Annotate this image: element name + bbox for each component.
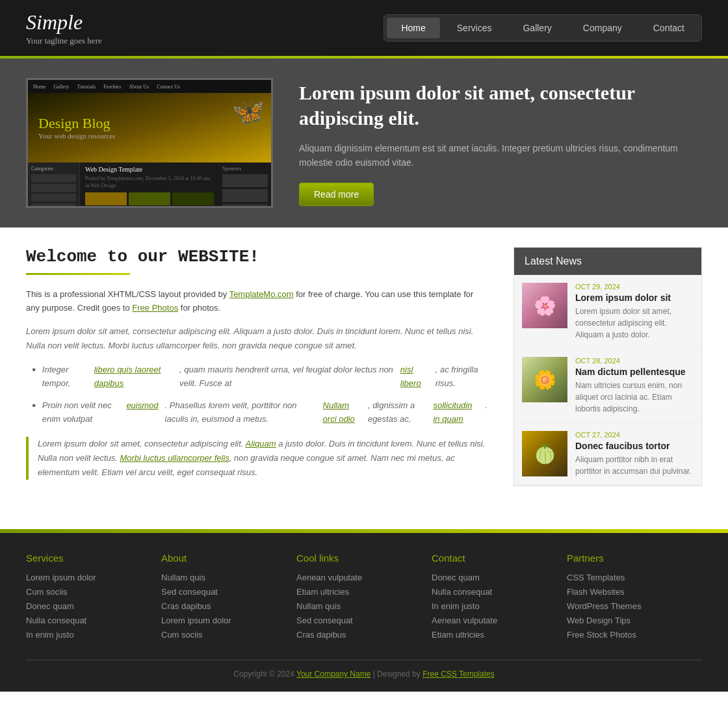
hero-nav-contact: Contact Us [157, 84, 180, 90]
hero-image: Home Gallery Tutorials Freebies About Us… [26, 78, 273, 208]
footer-services-link-5[interactable]: In enim justo [26, 630, 148, 640]
hero-sidebar-item [31, 184, 76, 192]
hero-nav-gallery: Gallery [54, 84, 70, 90]
bullet2-link1[interactable]: euismod [126, 399, 158, 426]
footer-coollinks-link-5[interactable]: Cras dapibus [296, 630, 419, 640]
footer-col-services: Services Lorem ipsum dolor Cum sociis Do… [26, 552, 161, 644]
footer-partners-link-4[interactable]: Web Design Tips [567, 616, 689, 625]
footer-about-link-4[interactable]: Lorem ipsum dolor [161, 616, 283, 625]
footer-partners-link-2[interactable]: Flash Websites [567, 587, 689, 597]
bullet1-link2[interactable]: nisl libero [400, 363, 429, 391]
hero-img-top: Design Blog Your web design resources 🦋 [28, 93, 271, 162]
latest-news-panel: Latest News 🌸 OCT 29, 2024 Lorem ipsum d… [514, 247, 702, 486]
footer-col-coollinks: Cool links Aenean vulputate Etiam ultric… [296, 552, 432, 644]
footer-coollinks-link-4[interactable]: Sed consequat [296, 616, 419, 625]
news-title-2: Nam dictum pellentesque [575, 367, 694, 377]
news-thumb-2: 🌼 [522, 357, 567, 402]
hero-description: Aliquam dignissim elementum est sit amet… [299, 141, 702, 170]
news-date-3: OCT 27, 2024 [575, 431, 694, 439]
footer-about-link-1[interactable]: Nullam quis [161, 573, 283, 582]
news-content-2: OCT 28, 2024 Nam dictum pellentesque Nam… [575, 357, 694, 415]
footer-about-link-2[interactable]: Sed consequat [161, 587, 283, 597]
footer-services-title: Services [26, 552, 148, 564]
footer-partners-link-3[interactable]: WordPress Themes [567, 601, 689, 611]
footer-col-contact: Contact Donec quam Nulla consequat In en… [432, 552, 567, 644]
footer-about-link-5[interactable]: Cum sociis [161, 630, 283, 640]
hero-sidebar-item [31, 174, 76, 182]
nav-services[interactable]: Services [443, 18, 506, 38]
hero-main-content: Web Design Template Posted by Templatemo… [80, 162, 219, 208]
bq-link1[interactable]: Aliquam [246, 439, 276, 448]
footer-partners-link-1[interactable]: CSS Templates [567, 573, 689, 582]
nav-company[interactable]: Company [569, 18, 636, 38]
bullet-item-2: Proin non velit nec enim volutpat euismo… [32, 399, 488, 426]
footer-services-link-2[interactable]: Cum sociis [26, 587, 148, 597]
footer-contact-link-3[interactable]: In enim justo [432, 601, 554, 611]
hero-sponsors: Sponsors [219, 162, 271, 208]
sponsor-block-2 [222, 189, 268, 202]
news-item-1: 🌸 OCT 29, 2024 Lorem ipsum dolor sit Lor… [514, 275, 701, 349]
footer-contact-link-2[interactable]: Nulla consequat [432, 587, 554, 597]
footer-contact-link-4[interactable]: Aenean vulputate [432, 616, 554, 625]
hero-thumb-2 [129, 192, 170, 205]
flower-icon-1: 🌸 [534, 295, 556, 317]
nav-home[interactable]: Home [387, 18, 439, 38]
bullet2-link3[interactable]: sollicitudin in quam [433, 399, 478, 426]
hero-blog-title-area: Design Blog Your web design resources [38, 115, 115, 140]
bullet1-link1[interactable]: libero quis laoreet dapibus [94, 363, 173, 391]
nav-contact[interactable]: Contact [639, 18, 699, 38]
company-name-link[interactable]: Your Company Name [296, 670, 370, 679]
templatemo-link[interactable]: TemplateMo.com [229, 289, 294, 299]
hero-categories-label: Categories [31, 166, 76, 172]
hero-thumb-5 [129, 207, 170, 208]
footer-services-link-3[interactable]: Donec quam [26, 601, 148, 611]
intro-paragraph: This is a professional XHTML/CSS layout … [26, 288, 488, 315]
free-photos-link[interactable]: Free Photos [132, 303, 178, 313]
hero-thumb-6 [172, 207, 214, 208]
footer-contact-link-5[interactable]: Etiam ultricies [432, 630, 554, 640]
hero-sidebar: Categories [28, 162, 80, 208]
logo-title: Simple [26, 10, 102, 34]
hero-sidebar-item [31, 194, 76, 202]
blockquote: Lorem ipsum dolor sit amet, consectetur … [26, 437, 488, 480]
hero-article-text: Posted by Templatemo.com, December 5, 20… [85, 175, 214, 189]
news-item-2: 🌼 OCT 28, 2024 Nam dictum pellentesque N… [514, 349, 701, 423]
footer-bottom: Copyright © 2024 Your Company Name | Des… [26, 660, 702, 679]
bullet-list: Integer tempor, libero quis laoreet dapi… [32, 363, 488, 426]
news-title-1: Lorem ipsum dolor sit [575, 292, 694, 303]
nav-gallery[interactable]: Gallery [508, 18, 566, 38]
hero-thumb-3 [172, 192, 214, 205]
hero-section: Home Gallery Tutorials Freebies About Us… [0, 58, 728, 228]
footer-services-link-1[interactable]: Lorem ipsum dolor [26, 573, 148, 582]
logo-area: Simple Your tagline goes here [26, 10, 102, 46]
designed-by-text: Designed by [377, 670, 421, 679]
footer-coollinks-link-1[interactable]: Aenean vulputate [296, 573, 419, 582]
read-more-button[interactable]: Read more [299, 183, 374, 206]
sponsor-block-3 [222, 204, 268, 208]
hero-nav-bar: Home Gallery Tutorials Freebies About Us… [28, 80, 271, 93]
hero-thumbnails [85, 192, 214, 208]
content-left: Welcome to our WEBSITE! This is a profes… [26, 247, 514, 490]
footer-col-about: About Nullam quis Sed consequat Cras dap… [161, 552, 296, 644]
bullet2-link2[interactable]: Nullam orci odio [323, 399, 361, 426]
hero-nav-about: About Us [129, 84, 149, 90]
hero-nav-tutorials: Tutorials [77, 84, 96, 90]
footer-coollinks-link-2[interactable]: Etiam ultricies [296, 587, 419, 597]
hero-text-area: Lorem ipsum dolor sit amet, consectetur … [299, 80, 702, 207]
news-desc-1: Lorem ipsum dolor sit amet, consectetur … [575, 306, 694, 341]
news-thumb-3: 🍈 [522, 431, 567, 476]
news-content-3: OCT 27, 2024 Donec faucibus tortor Aliqu… [575, 431, 694, 477]
welcome-underline [26, 273, 130, 275]
footer-services-link-4[interactable]: Nulla consequat [26, 616, 148, 625]
hero-article-title: Web Design Template [85, 166, 214, 173]
footer-contact-title: Contact [432, 552, 554, 564]
footer-about-link-3[interactable]: Cras dapibus [161, 601, 283, 611]
news-desc-2: Nam ultricies cursus enim, non aliquet o… [575, 380, 694, 415]
designer-link[interactable]: Free CSS Templates [422, 670, 495, 679]
footer-partners-link-5[interactable]: Free Stock Photos [567, 630, 689, 640]
bq-link2[interactable]: Morbi luctus ullamcorper felis [120, 453, 229, 463]
news-item-3: 🍈 OCT 27, 2024 Donec faucibus tortor Ali… [514, 423, 701, 486]
footer-contact-link-1[interactable]: Donec quam [432, 573, 554, 582]
news-thumb-1: 🌸 [522, 283, 567, 328]
footer-coollinks-link-3[interactable]: Nullam quis [296, 601, 419, 611]
